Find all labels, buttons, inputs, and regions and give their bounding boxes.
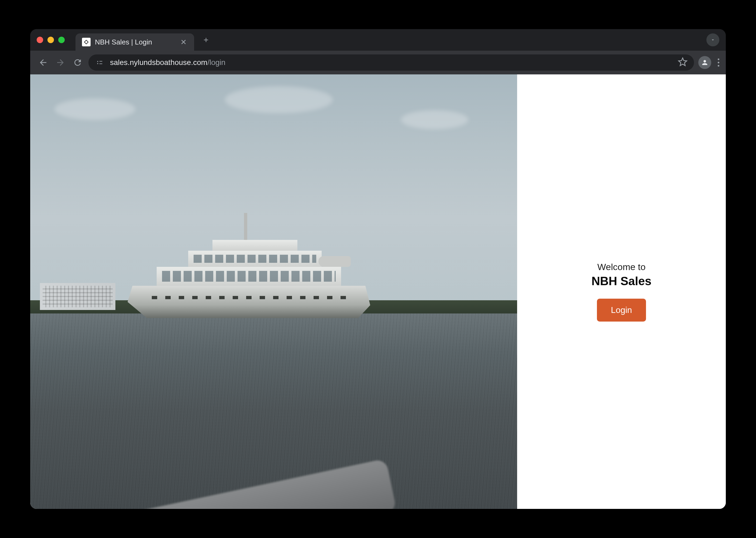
url-text: sales.nylundsboathouse.com/login (110, 58, 673, 67)
tab-close-icon[interactable]: ✕ (179, 38, 188, 46)
profile-button[interactable] (698, 56, 711, 69)
login-panel: Welcome to NBH Sales Login (517, 75, 726, 509)
browser-toolbar: sales.nylundsboathouse.com/login (30, 51, 726, 75)
new-tab-button[interactable]: + (200, 34, 211, 45)
welcome-text: Welcome to (597, 262, 646, 272)
browser-window: NBH Sales | Login ✕ + sales.nylundsboath… (30, 29, 726, 509)
window-controls (37, 37, 65, 43)
window-maximize-button[interactable] (58, 37, 65, 43)
bookmark-star-icon[interactable] (678, 57, 687, 68)
url-path: /login (207, 58, 225, 67)
tabs-dropdown-button[interactable] (706, 33, 719, 46)
window-minimize-button[interactable] (47, 37, 54, 43)
forward-button[interactable] (54, 56, 67, 69)
page-content: Welcome to NBH Sales Login (30, 75, 726, 509)
back-button[interactable] (37, 56, 50, 69)
hero-image (30, 75, 517, 509)
browser-tab[interactable]: NBH Sales | Login ✕ (76, 33, 194, 51)
site-settings-icon[interactable] (95, 58, 105, 67)
reload-button[interactable] (71, 56, 84, 69)
browser-tab-bar: NBH Sales | Login ✕ + (30, 29, 726, 51)
browser-menu-button[interactable] (718, 59, 719, 67)
tab-favicon-icon (82, 38, 90, 46)
brand-name: NBH Sales (592, 274, 652, 288)
tab-title: NBH Sales | Login (95, 38, 175, 46)
window-close-button[interactable] (37, 37, 43, 43)
url-domain: sales.nylundsboathouse.com (110, 58, 207, 67)
login-button[interactable]: Login (597, 298, 646, 322)
address-bar[interactable]: sales.nylundsboathouse.com/login (88, 54, 694, 71)
